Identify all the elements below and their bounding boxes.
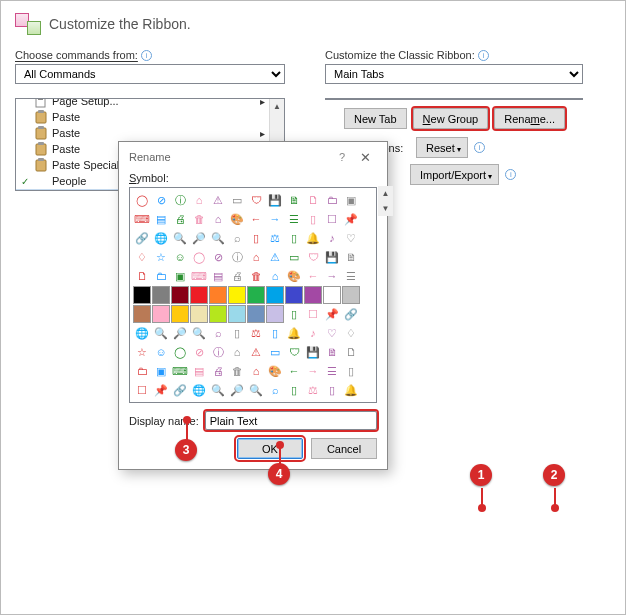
symbol-cell[interactable]: 🔍 bbox=[171, 229, 189, 247]
symbol-cell[interactable]: 🖨 bbox=[209, 362, 227, 380]
symbol-cell[interactable] bbox=[133, 305, 151, 323]
symbol-cell[interactable]: 🔔 bbox=[285, 324, 303, 342]
symbol-cell[interactable] bbox=[152, 286, 170, 304]
symbol-cell[interactable] bbox=[133, 286, 151, 304]
symbol-cell[interactable] bbox=[304, 286, 322, 304]
symbol-cell[interactable]: → bbox=[323, 267, 341, 285]
symbol-cell[interactable]: ⌂ bbox=[190, 191, 208, 209]
symbol-cell[interactable]: ⓘ bbox=[228, 248, 246, 266]
symbol-cell[interactable]: 📌 bbox=[342, 210, 360, 228]
command-item[interactable]: Paste bbox=[16, 109, 269, 125]
symbol-cell[interactable]: ▯ bbox=[285, 381, 303, 399]
symbol-cell[interactable]: ▣ bbox=[171, 267, 189, 285]
import-export-dropdown[interactable]: Import/Export bbox=[410, 164, 499, 185]
info-icon[interactable]: i bbox=[478, 50, 489, 61]
symbol-cell[interactable]: ⌕ bbox=[228, 229, 246, 247]
symbol-cell[interactable]: 🔍 bbox=[209, 229, 227, 247]
symbol-cell[interactable]: ☐ bbox=[304, 305, 322, 323]
symbol-cell[interactable]: ⌨ bbox=[190, 267, 208, 285]
symbol-cell[interactable]: ⊘ bbox=[152, 191, 170, 209]
symbol-cell[interactable]: ▭ bbox=[228, 191, 246, 209]
symbol-cell[interactable]: → bbox=[304, 362, 322, 380]
symbol-cell[interactable]: 💾 bbox=[323, 248, 341, 266]
symbol-grid[interactable]: ◯⊘ⓘ⌂⚠▭🛡💾🗎🗋🗀▣⌨▤🖨🗑⌂🎨←→☰▯☐📌🔗🌐🔍🔎🔍⌕▯⚖▯🔔♪♡♢☆☺◯… bbox=[129, 187, 377, 403]
symbol-cell[interactable]: ⚖ bbox=[247, 324, 265, 342]
symbol-cell[interactable]: 🔍 bbox=[152, 324, 170, 342]
symbol-cell[interactable]: 💾 bbox=[304, 343, 322, 361]
symbol-cell[interactable]: ← bbox=[247, 210, 265, 228]
symbol-cell[interactable]: 🔍 bbox=[190, 324, 208, 342]
info-icon[interactable]: i bbox=[474, 142, 485, 153]
symbol-cell[interactable] bbox=[247, 286, 265, 304]
symbol-cell[interactable]: ☐ bbox=[323, 210, 341, 228]
symbol-cell[interactable]: ← bbox=[285, 362, 303, 380]
symbol-cell[interactable]: 🗑 bbox=[228, 362, 246, 380]
symbol-cell[interactable] bbox=[285, 286, 303, 304]
symbol-cell[interactable]: ♪ bbox=[304, 324, 322, 342]
cancel-button[interactable]: Cancel bbox=[311, 438, 377, 459]
symbol-cell[interactable]: ⌂ bbox=[209, 210, 227, 228]
symbol-cell[interactable]: 🔎 bbox=[228, 381, 246, 399]
symbol-cell[interactable]: ☆ bbox=[152, 248, 170, 266]
symbol-cell[interactable] bbox=[342, 286, 360, 304]
symbol-cell[interactable] bbox=[247, 305, 265, 323]
symbol-cell[interactable]: 📌 bbox=[152, 381, 170, 399]
symbol-cell[interactable]: ☐ bbox=[133, 381, 151, 399]
symbol-cell[interactable]: ☰ bbox=[285, 210, 303, 228]
info-icon[interactable]: i bbox=[141, 50, 152, 61]
symbol-cell[interactable]: 🔗 bbox=[342, 305, 360, 323]
symbol-cell[interactable]: 🔔 bbox=[304, 229, 322, 247]
symbol-cell[interactable]: ▣ bbox=[342, 191, 360, 209]
symbol-cell[interactable]: ▯ bbox=[285, 305, 303, 323]
symbol-cell[interactable]: 🗋 bbox=[342, 343, 360, 361]
symbol-cell[interactable]: ⌂ bbox=[247, 362, 265, 380]
symbol-cell[interactable]: ⚖ bbox=[266, 229, 284, 247]
symbol-cell[interactable]: 🖨 bbox=[228, 267, 246, 285]
symbol-cell[interactable]: ♡ bbox=[323, 324, 341, 342]
symbol-cell[interactable]: ♡ bbox=[342, 229, 360, 247]
close-icon[interactable]: ✕ bbox=[351, 150, 379, 165]
symbol-cell[interactable]: ⌂ bbox=[266, 267, 284, 285]
symbol-cell[interactable]: ⊘ bbox=[209, 248, 227, 266]
symbol-cell[interactable]: ▤ bbox=[190, 362, 208, 380]
customize-ribbon-combo[interactable]: Main Tabs bbox=[325, 64, 583, 84]
symbol-cell[interactable] bbox=[190, 286, 208, 304]
symbol-cell[interactable]: ▯ bbox=[285, 229, 303, 247]
new-tab-button[interactable]: New Tab bbox=[344, 108, 407, 129]
symbol-cell[interactable]: ◯ bbox=[190, 248, 208, 266]
symbol-cell[interactable]: 🌐 bbox=[190, 381, 208, 399]
ribbon-tree[interactable]: -✓Home (Mail)+New+Delete+Respond+Quick S… bbox=[325, 98, 583, 100]
symbol-cell[interactable]: ♢ bbox=[133, 248, 151, 266]
symbol-cell[interactable]: 🔍 bbox=[209, 381, 227, 399]
symbol-cell[interactable]: ⌨ bbox=[171, 362, 189, 380]
symbol-cell[interactable]: 🎨 bbox=[285, 267, 303, 285]
symbol-cell[interactable]: ▯ bbox=[323, 381, 341, 399]
symbol-cell[interactable]: 📌 bbox=[323, 305, 341, 323]
symbol-cell[interactable]: 🗀 bbox=[152, 267, 170, 285]
symbol-cell[interactable]: ⚠ bbox=[247, 343, 265, 361]
symbol-cell[interactable] bbox=[209, 305, 227, 323]
symbol-cell[interactable] bbox=[228, 305, 246, 323]
symbol-cell[interactable]: 🗑 bbox=[190, 210, 208, 228]
symbol-cell[interactable]: ▯ bbox=[266, 324, 284, 342]
symbol-cell[interactable]: ▭ bbox=[266, 343, 284, 361]
symbol-cell[interactable]: 🔎 bbox=[190, 229, 208, 247]
info-icon[interactable]: i bbox=[505, 169, 516, 180]
symbol-cell[interactable]: 🛡 bbox=[247, 191, 265, 209]
symbol-cell[interactable]: 🌐 bbox=[152, 229, 170, 247]
symbol-cell[interactable]: 💾 bbox=[266, 191, 284, 209]
symbol-cell[interactable]: 🔎 bbox=[171, 324, 189, 342]
symbol-cell[interactable]: ⚠ bbox=[266, 248, 284, 266]
symbol-cell[interactable]: ▯ bbox=[228, 324, 246, 342]
rename-button[interactable]: Rename... bbox=[494, 108, 565, 129]
symbol-cell[interactable]: ☺ bbox=[171, 248, 189, 266]
symbol-cell[interactable] bbox=[171, 286, 189, 304]
symbol-cell[interactable]: ♢ bbox=[342, 324, 360, 342]
scrollbar[interactable]: ▲ ▼ bbox=[378, 186, 393, 404]
symbol-cell[interactable]: ◯ bbox=[133, 191, 151, 209]
command-item[interactable]: Paste▸ bbox=[16, 125, 269, 141]
symbol-cell[interactable]: ▯ bbox=[342, 362, 360, 380]
symbol-cell[interactable] bbox=[266, 305, 284, 323]
symbol-cell[interactable]: ⌕ bbox=[209, 324, 227, 342]
choose-commands-combo[interactable]: All Commands bbox=[15, 64, 285, 84]
